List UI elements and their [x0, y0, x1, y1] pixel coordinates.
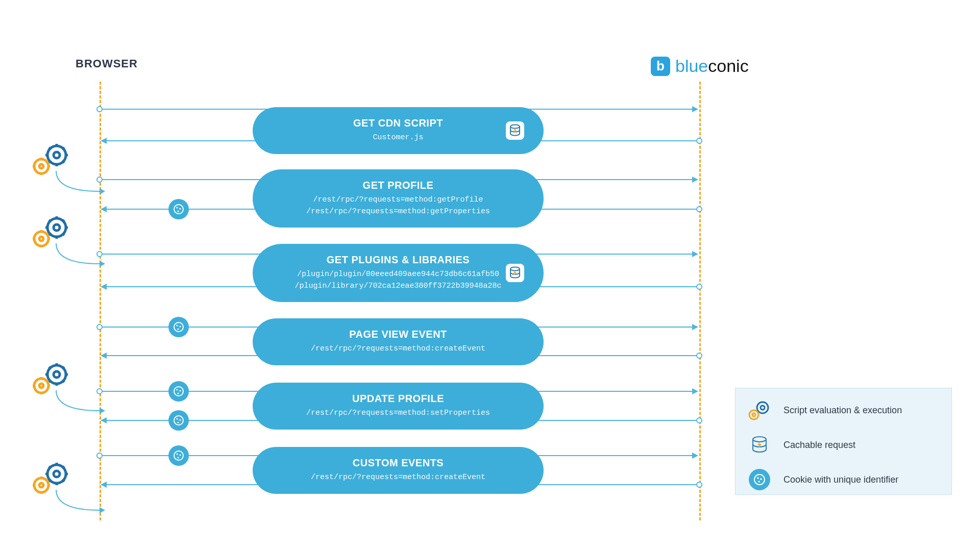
- script-curve: [51, 171, 107, 202]
- cookie-icon: [168, 317, 189, 337]
- cookie-icon: [168, 445, 189, 466]
- svg-point-7: [176, 324, 178, 326]
- arrow-origin-dot: [696, 206, 702, 212]
- legend-row-cache: Cachable request: [747, 432, 940, 458]
- brand-mark-icon: b: [651, 57, 670, 76]
- arrow-origin-dot: [696, 284, 702, 290]
- sequence-diagram: BROWSER b blueconic GET CDN SCRIPTCustom…: [0, 0, 980, 551]
- svg-point-3: [179, 208, 181, 209]
- svg-point-95: [754, 474, 765, 485]
- script-curve: [51, 490, 107, 520]
- script-curve: [51, 390, 107, 421]
- legend-label: Script evaluation & execution: [783, 405, 902, 416]
- svg-marker-89: [100, 507, 105, 513]
- svg-line-48: [49, 233, 51, 235]
- cookie-icon: [747, 467, 772, 492]
- svg-point-5: [510, 267, 520, 271]
- arrowhead-icon: [101, 206, 107, 212]
- arrowhead-icon: [692, 324, 698, 330]
- svg-point-11: [176, 389, 178, 390]
- cache-db-icon: [747, 432, 772, 458]
- svg-line-64: [62, 367, 64, 369]
- svg-line-63: [62, 380, 64, 382]
- arrow-origin-dot: [96, 324, 103, 330]
- svg-point-17: [177, 421, 179, 423]
- svg-line-80: [62, 480, 64, 482]
- svg-line-47: [62, 220, 64, 222]
- svg-point-74: [54, 471, 60, 477]
- svg-point-96: [757, 477, 759, 479]
- flow-step-code: /rest/rpc/?requests=method:createEvent: [268, 343, 528, 355]
- brand-text-blue: blue: [675, 56, 708, 76]
- svg-point-1: [174, 205, 183, 214]
- cookie-icon: [168, 199, 189, 219]
- svg-point-84: [39, 483, 43, 487]
- legend-box: Script evaluation & execution Cachable r…: [735, 388, 952, 495]
- flow-step-code: /rest/rpc/?requests=method:getProfile/re…: [268, 194, 528, 217]
- arrowhead-icon: [101, 482, 107, 488]
- svg-point-66: [34, 379, 48, 393]
- svg-point-92: [749, 410, 758, 419]
- flow-step-title: CUSTOM EVENTS: [268, 457, 528, 469]
- flow-step-title: GET PROFILE: [268, 180, 528, 191]
- svg-line-30: [62, 147, 64, 149]
- svg-point-9: [177, 328, 179, 330]
- svg-line-46: [62, 233, 64, 235]
- flow-step-title: PAGE VIEW EVENT: [268, 329, 528, 340]
- legend-label: Cachable request: [783, 440, 855, 450]
- browser-lane-label: BROWSER: [76, 57, 138, 70]
- svg-line-79: [49, 466, 51, 468]
- svg-line-45: [49, 220, 51, 222]
- arrow-origin-dot: [696, 353, 702, 359]
- svg-point-32: [34, 159, 48, 173]
- flow-step-title: GET CDN SCRIPT: [268, 117, 528, 129]
- svg-point-90: [757, 402, 768, 413]
- svg-line-65: [49, 380, 51, 382]
- svg-point-18: [174, 451, 183, 460]
- arrow-origin-dot: [96, 106, 103, 112]
- flow-step-code: /rest/rpc/?requests=method:createEvent: [268, 472, 528, 484]
- arrow-origin-dot: [696, 482, 702, 488]
- cache-db-icon: [506, 264, 524, 282]
- flow-step: PAGE VIEW EVENT/rest/rpc/?requests=metho…: [253, 318, 544, 365]
- svg-point-13: [177, 392, 179, 394]
- svg-point-19: [176, 453, 178, 455]
- arrowhead-icon: [692, 453, 698, 459]
- arrowhead-icon: [101, 284, 107, 290]
- svg-point-0: [510, 124, 520, 128]
- arrow-origin-dot: [96, 453, 103, 459]
- cookie-icon: [168, 410, 189, 431]
- svg-marker-55: [100, 261, 105, 267]
- blueconic-lifeline: [699, 82, 701, 520]
- svg-point-8: [179, 325, 181, 327]
- legend-label: Cookie with unique identifier: [783, 474, 898, 485]
- svg-point-97: [760, 478, 762, 480]
- svg-point-40: [54, 224, 60, 231]
- arrowhead-icon: [692, 106, 698, 112]
- flow-step-code: Customer.js: [268, 132, 528, 144]
- cookie-icon: [168, 381, 189, 402]
- svg-point-10: [174, 387, 183, 396]
- svg-line-62: [49, 367, 51, 369]
- svg-point-67: [39, 384, 43, 388]
- svg-point-4: [177, 210, 179, 212]
- svg-point-16: [179, 419, 181, 420]
- svg-point-98: [758, 481, 760, 483]
- svg-marker-38: [100, 188, 105, 194]
- arrowhead-icon: [692, 251, 698, 257]
- svg-point-2: [176, 207, 178, 208]
- arrowhead-icon: [692, 388, 698, 394]
- arrow-origin-dot: [696, 138, 702, 144]
- flow-step-code: /rest/rpc/?requests=method:setProperties: [268, 408, 528, 419]
- svg-line-31: [49, 161, 51, 163]
- cache-db-icon: [506, 121, 524, 140]
- svg-point-6: [174, 322, 183, 332]
- svg-point-83: [34, 478, 48, 492]
- svg-point-12: [179, 390, 181, 391]
- svg-line-81: [62, 466, 64, 468]
- svg-point-57: [54, 371, 60, 378]
- flow-step: GET PLUGINS & LIBRARIES/plugin/plugin/00…: [253, 244, 544, 302]
- flow-step: UPDATE PROFILE/rest/rpc/?requests=method…: [253, 383, 544, 430]
- arrow-origin-dot: [696, 417, 702, 423]
- svg-marker-72: [100, 408, 105, 414]
